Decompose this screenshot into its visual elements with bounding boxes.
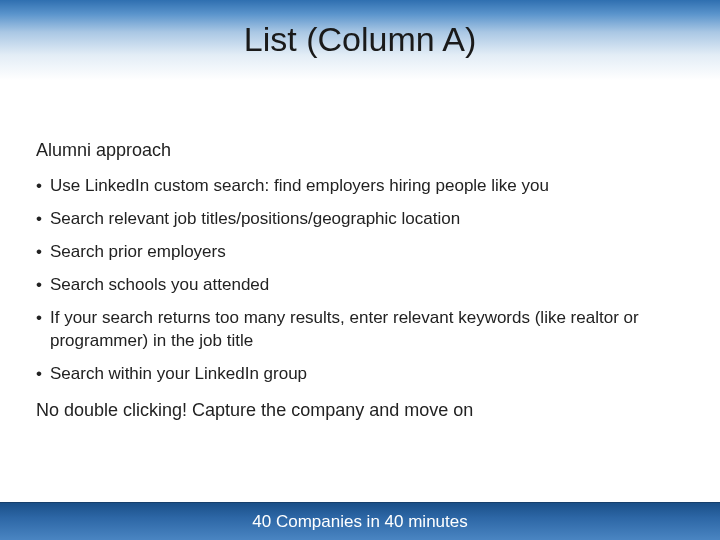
list-item: Search relevant job titles/positions/geo…: [36, 208, 684, 231]
footer-band: 40 Companies in 40 minutes: [0, 502, 720, 540]
slide-title: List (Column A): [244, 20, 476, 59]
list-item: Search schools you attended: [36, 274, 684, 297]
footer-text: 40 Companies in 40 minutes: [252, 512, 467, 532]
list-item: If your search returns too many results,…: [36, 307, 684, 353]
content-area: Alumni approach Use LinkedIn custom sear…: [36, 140, 684, 421]
lead-text: Alumni approach: [36, 140, 684, 161]
list-item: Search within your LinkedIn group: [36, 363, 684, 386]
header-band: List (Column A): [0, 0, 720, 100]
list-item: Use LinkedIn custom search: find employe…: [36, 175, 684, 198]
closing-text: No double clicking! Capture the company …: [36, 400, 684, 421]
list-item: Search prior employers: [36, 241, 684, 264]
bullet-list: Use LinkedIn custom search: find employe…: [36, 175, 684, 386]
